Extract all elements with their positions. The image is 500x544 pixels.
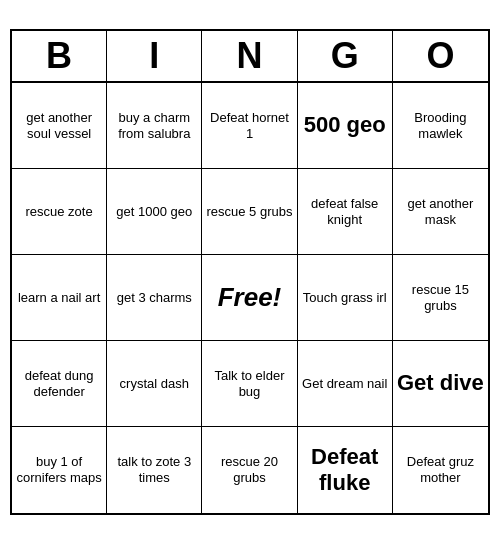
bingo-cell-21[interactable]: talk to zote 3 times	[107, 427, 202, 513]
bingo-cell-11[interactable]: get 3 charms	[107, 255, 202, 341]
bingo-cell-2[interactable]: Defeat hornet 1	[202, 83, 297, 169]
bingo-header: BINGO	[12, 31, 488, 83]
bingo-cell-16[interactable]: crystal dash	[107, 341, 202, 427]
bingo-cell-10[interactable]: learn a nail art	[12, 255, 107, 341]
bingo-cell-0[interactable]: get another soul vessel	[12, 83, 107, 169]
bingo-cell-12[interactable]: Free!	[202, 255, 297, 341]
bingo-cell-18[interactable]: Get dream nail	[298, 341, 393, 427]
header-letter: G	[298, 31, 393, 81]
bingo-cell-8[interactable]: defeat false knight	[298, 169, 393, 255]
bingo-cell-15[interactable]: defeat dung defender	[12, 341, 107, 427]
bingo-cell-23[interactable]: Defeat fluke	[298, 427, 393, 513]
bingo-cell-9[interactable]: get another mask	[393, 169, 488, 255]
header-letter: N	[202, 31, 297, 81]
bingo-cell-1[interactable]: buy a charm from salubra	[107, 83, 202, 169]
header-letter: B	[12, 31, 107, 81]
header-letter: I	[107, 31, 202, 81]
bingo-cell-20[interactable]: buy 1 of cornifers maps	[12, 427, 107, 513]
bingo-cell-22[interactable]: rescue 20 grubs	[202, 427, 297, 513]
bingo-cell-24[interactable]: Defeat gruz mother	[393, 427, 488, 513]
bingo-card: BINGO get another soul vesselbuy a charm…	[10, 29, 490, 515]
header-letter: O	[393, 31, 488, 81]
bingo-cell-3[interactable]: 500 geo	[298, 83, 393, 169]
bingo-cell-7[interactable]: rescue 5 grubs	[202, 169, 297, 255]
bingo-cell-6[interactable]: get 1000 geo	[107, 169, 202, 255]
bingo-grid: get another soul vesselbuy a charm from …	[12, 83, 488, 513]
bingo-cell-19[interactable]: Get dive	[393, 341, 488, 427]
bingo-cell-13[interactable]: Touch grass irl	[298, 255, 393, 341]
bingo-cell-17[interactable]: Talk to elder bug	[202, 341, 297, 427]
bingo-cell-4[interactable]: Brooding mawlek	[393, 83, 488, 169]
bingo-cell-5[interactable]: rescue zote	[12, 169, 107, 255]
bingo-cell-14[interactable]: rescue 15 grubs	[393, 255, 488, 341]
